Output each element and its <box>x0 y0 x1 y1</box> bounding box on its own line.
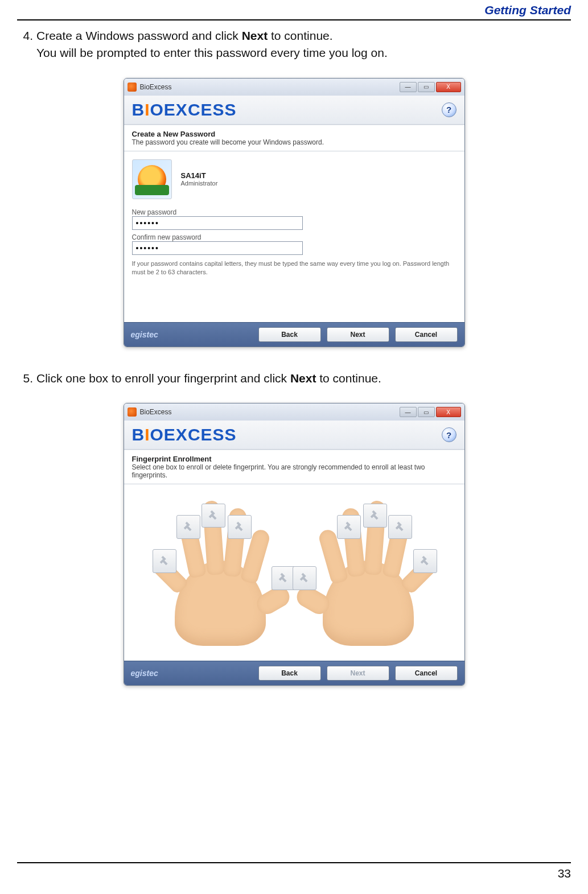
app-logo: BIOEXCESS <box>132 425 237 444</box>
cancel-button[interactable]: Cancel <box>395 327 458 342</box>
footer-brand: egistec <box>131 669 158 678</box>
next-button-disabled: Next <box>327 666 389 681</box>
app-icon <box>128 407 137 417</box>
confirm-password-input[interactable] <box>132 241 303 255</box>
confirm-password-label: Confirm new password <box>132 233 457 241</box>
step-4-line2: You will be prompted to enter this passw… <box>36 46 388 59</box>
step-5-text-c: to continue. <box>316 372 381 385</box>
bioexcess-window-password: BioExcess — ▭ X BIOEXCESS ? Create a New… <box>124 78 465 347</box>
page-header: Getting Started <box>17 0 571 20</box>
maximize-button[interactable]: ▭ <box>418 407 435 417</box>
left-index-box[interactable] <box>228 515 252 539</box>
step-5-bold: Next <box>290 372 316 385</box>
panel-title: Create a New Password <box>132 130 457 138</box>
left-ring-box[interactable] <box>176 515 200 539</box>
left-hand <box>155 498 286 646</box>
right-ring-box[interactable] <box>388 515 412 539</box>
back-button[interactable]: Back <box>258 327 321 342</box>
step-4-text-c: to continue. <box>268 29 332 42</box>
panel-heading: Fingerprint Enrollment Select one box to… <box>124 450 464 484</box>
right-middle-box[interactable] <box>363 504 387 528</box>
bioexcess-window-fingerprint: BioExcess — ▭ X BIOEXCESS ? Fingerprint … <box>124 403 465 686</box>
panel-subtitle: Select one box to enroll or delete finge… <box>132 463 457 479</box>
left-thumb-box[interactable] <box>272 566 295 590</box>
user-avatar <box>132 159 172 199</box>
section-title: Getting Started <box>484 3 571 17</box>
page-footer: 33 <box>17 862 571 880</box>
step-number: 4. <box>17 27 36 62</box>
window-title: BioExcess <box>140 83 172 91</box>
right-pinky-box[interactable] <box>413 549 437 573</box>
panel-heading: Create a New Password The password you c… <box>124 125 464 151</box>
help-button[interactable]: ? <box>442 102 457 117</box>
titlebar[interactable]: BioExcess — ▭ X <box>124 79 464 96</box>
titlebar[interactable]: BioExcess — ▭ X <box>124 403 464 421</box>
maximize-button[interactable]: ▭ <box>418 82 435 92</box>
panel-title: Fingerprint Enrollment <box>132 455 457 463</box>
cancel-button[interactable]: Cancel <box>395 666 458 681</box>
right-index-box[interactable] <box>337 515 361 539</box>
next-button[interactable]: Next <box>327 327 389 342</box>
hands-area <box>132 492 457 652</box>
right-thumb-box[interactable] <box>293 566 316 590</box>
footer-brand: egistec <box>131 330 158 339</box>
app-logo: BIOEXCESS <box>132 100 237 120</box>
step-4: 4. Create a Windows password and click N… <box>17 27 571 62</box>
left-pinky-box[interactable] <box>153 549 176 573</box>
left-middle-box[interactable] <box>202 504 225 528</box>
password-hint: If your password contains capital letter… <box>132 259 457 277</box>
window-title: BioExcess <box>140 408 172 416</box>
right-hand <box>303 498 434 646</box>
app-icon <box>128 83 137 92</box>
step-4-text-a: Create a Windows password and click <box>36 29 242 42</box>
new-password-label: New password <box>132 208 457 216</box>
minimize-button[interactable]: — <box>400 82 417 92</box>
step-5-text-a: Click one box to enroll your fingerprint… <box>36 372 290 385</box>
step-4-bold: Next <box>242 29 268 42</box>
help-button[interactable]: ? <box>442 427 457 442</box>
back-button[interactable]: Back <box>258 666 321 681</box>
step-5: 5. Click one box to enroll your fingerpr… <box>17 370 571 387</box>
close-button[interactable]: X <box>436 407 461 417</box>
minimize-button[interactable]: — <box>400 407 417 417</box>
user-role: Administrator <box>181 180 218 187</box>
step-body: Click one box to enroll your fingerprint… <box>36 370 571 387</box>
step-number: 5. <box>17 370 36 387</box>
user-name: SA14iT <box>181 171 218 180</box>
close-button[interactable]: X <box>436 82 461 92</box>
page-number: 33 <box>558 867 571 880</box>
step-body: Create a Windows password and click Next… <box>36 27 571 62</box>
new-password-input[interactable] <box>132 216 303 230</box>
panel-subtitle: The password you create will become your… <box>132 138 457 146</box>
